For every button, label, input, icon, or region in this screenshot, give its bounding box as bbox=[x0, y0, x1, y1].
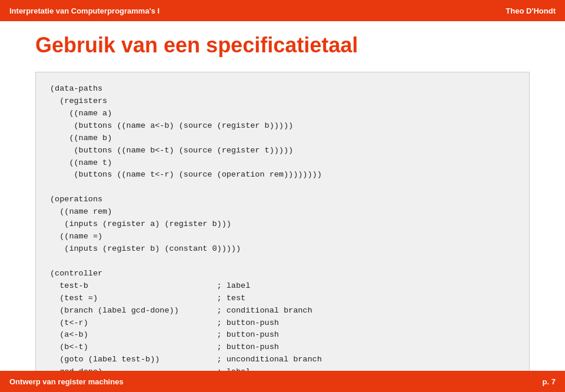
data-paths-code: (data-paths (registers ((name a) (button… bbox=[50, 83, 515, 378]
header-title: Interpretatie van Computerprogramma's I bbox=[9, 6, 159, 15]
header-author: Theo D'Hondt bbox=[506, 6, 556, 15]
footer-page: p. 7 bbox=[543, 377, 556, 386]
page-title: Gebruik van een specificatietaal bbox=[35, 33, 530, 58]
footer-bar: Ontwerp van register machines p. 7 bbox=[0, 371, 565, 392]
header-bar: Interpretatie van Computerprogramma's I … bbox=[0, 0, 565, 21]
main-content: Gebruik van een specificatietaal (data-p… bbox=[0, 21, 565, 392]
code-block: (data-paths (registers ((name a) (button… bbox=[35, 72, 530, 390]
footer-course: Ontwerp van register machines bbox=[9, 377, 124, 386]
